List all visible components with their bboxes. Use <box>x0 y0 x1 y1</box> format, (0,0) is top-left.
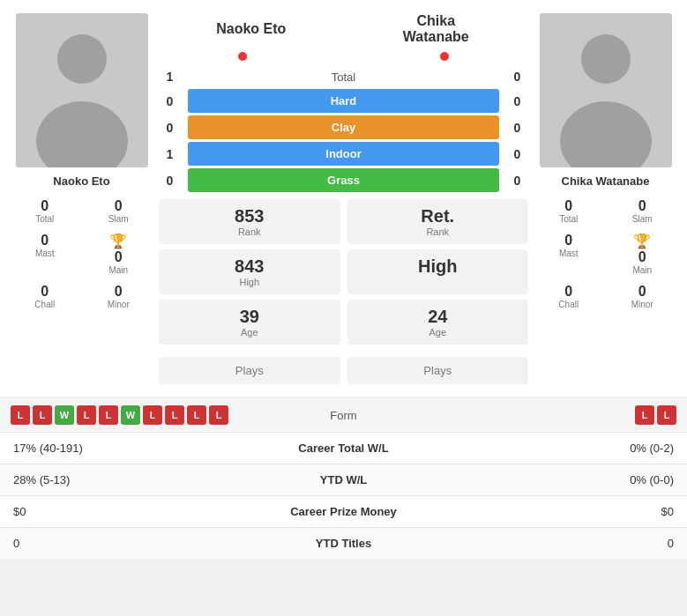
left-rank-value: 853 <box>166 206 333 226</box>
left-mast-value: 0 <box>41 233 49 249</box>
form-badge-left-2: L <box>33 405 52 425</box>
right-main-value: 0 <box>638 249 646 265</box>
form-label: Form <box>233 409 455 422</box>
left-high-box: 843 High <box>159 249 340 294</box>
center-panel: Naoko Eto ChikaWatanabe 1 Total 0 <box>159 13 528 384</box>
right-total-cell: 0 Total <box>533 195 605 227</box>
right-total-value: 0 <box>564 198 572 214</box>
stats-row-prize: $0 Career Prize Money $0 <box>0 495 687 527</box>
left-main-label: Main <box>108 265 128 275</box>
form-badge-left-5: L <box>99 405 118 425</box>
clay-badge: Clay <box>188 115 499 139</box>
form-badge-right-2: L <box>657 405 676 425</box>
left-total-value: 0 <box>41 198 49 214</box>
left-avatar <box>16 13 148 167</box>
left-age-value: 39 <box>166 307 333 327</box>
right-high-value: High <box>355 256 522 277</box>
right-rank-box: Ret. Rank <box>347 199 529 244</box>
right-age-box: 24 Age <box>347 300 529 345</box>
right-stats-grid: 0 Total 0 Slam 0 Mast 🏆 0 Main 0 <box>533 195 678 313</box>
stats-table: 17% (40-191) Career Total W/L 0% (0-2) 2… <box>0 432 687 559</box>
left-trophy-icon: 🏆 <box>109 233 127 249</box>
career-wl-right: 0% (0-2) <box>485 442 674 455</box>
left-mast-cell: 0 Mast <box>9 229 81 278</box>
left-slam-value: 0 <box>115 198 123 214</box>
grass-left-score: 0 <box>159 174 181 188</box>
left-rank-box: 853 Rank <box>159 199 340 244</box>
total-label: Total <box>181 71 506 84</box>
clay-left-score: 0 <box>159 121 181 135</box>
prize-right: $0 <box>485 505 674 518</box>
rank-age-area: 853 Rank 843 High 39 Age Plays <box>159 199 528 384</box>
indoor-badge: Indoor <box>188 142 499 166</box>
indoor-left-score: 1 <box>159 147 181 161</box>
right-slam-label: Slam <box>632 214 653 224</box>
right-plays-label: Plays <box>355 364 522 377</box>
left-slam-label: Slam <box>108 214 129 224</box>
form-section: L L W L L W L L L L Form L L <box>0 397 687 432</box>
right-age-label: Age <box>355 327 522 338</box>
left-high-label: High <box>166 277 333 287</box>
left-age-box: 39 Age <box>159 300 340 345</box>
prize-label: Career Prize Money <box>202 505 485 518</box>
svg-point-4 <box>581 34 631 84</box>
right-age-value: 24 <box>355 307 522 327</box>
right-dot-placeholder <box>362 48 529 64</box>
surface-row-indoor: 1 Indoor 0 <box>159 142 528 166</box>
left-stats-grid: 0 Total 0 Slam 0 Mast 🏆 0 Main 0 <box>9 195 154 313</box>
left-total-label: Total <box>35 214 54 224</box>
right-minor-value: 0 <box>638 284 646 300</box>
right-minor-cell: 0 Minor <box>607 280 679 313</box>
left-chall-label: Chall <box>34 300 55 309</box>
right-minor-label: Minor <box>631 300 653 309</box>
ytd-titles-label: YTD Titles <box>202 537 485 550</box>
right-chall-cell: 0 Chall <box>533 280 605 313</box>
right-main-label: Main <box>632 265 652 275</box>
form-badge-left-9: L <box>187 405 206 425</box>
right-plays-box: Plays <box>347 357 529 384</box>
left-rank-label: Rank <box>166 226 333 237</box>
left-total-score: 1 <box>159 70 181 84</box>
left-chall-value: 0 <box>41 284 49 300</box>
prize-left: $0 <box>13 505 202 518</box>
left-info-boxes: 853 Rank 843 High 39 Age Plays <box>159 199 340 384</box>
form-badge-left-6: W <box>121 405 140 425</box>
form-badge-left-1: L <box>11 405 30 425</box>
right-form-badges: L L <box>454 405 676 425</box>
right-chall-value: 0 <box>564 284 572 300</box>
stats-row-ytd-wl: 28% (5-13) YTD W/L 0% (0-0) <box>0 464 687 495</box>
left-plays-box: Plays <box>159 357 340 384</box>
names-row: Naoko Eto ChikaWatanabe <box>159 13 528 45</box>
grass-badge: Grass <box>188 168 499 192</box>
right-rank-label: Rank <box>355 226 522 237</box>
ytd-titles-right: 0 <box>485 537 674 550</box>
right-red-dot <box>440 52 449 61</box>
stats-row-ytd-titles: 0 YTD Titles 0 <box>0 527 687 559</box>
left-chall-cell: 0 Chall <box>9 280 81 313</box>
right-mast-cell: 0 Mast <box>533 229 605 278</box>
left-red-dot <box>238 52 247 61</box>
right-slam-cell: 0 Slam <box>607 195 679 227</box>
form-badge-left-10: L <box>209 405 228 425</box>
hard-badge: Hard <box>188 89 499 113</box>
career-wl-left: 17% (40-191) <box>13 442 202 455</box>
grass-right-score: 0 <box>506 174 528 188</box>
left-player-card: Naoko Eto 0 Total 0 Slam 0 Mast 🏆 0 Mai <box>9 13 154 384</box>
dots-row <box>159 48 528 64</box>
right-player-card: Chika Watanabe 0 Total 0 Slam 0 Mast 🏆 0 <box>533 13 678 384</box>
surface-row-hard: 0 Hard 0 <box>159 89 528 113</box>
left-main-cell: 🏆 0 Main <box>83 229 155 278</box>
right-name-center: ChikaWatanabe <box>344 13 529 45</box>
clay-right-score: 0 <box>506 121 528 135</box>
right-chall-label: Chall <box>558 300 579 309</box>
stats-row-career-wl: 17% (40-191) Career Total W/L 0% (0-2) <box>0 432 687 464</box>
left-mast-label: Mast <box>35 249 55 258</box>
right-trophy-icon: 🏆 <box>633 233 651 249</box>
svg-point-1 <box>57 34 107 84</box>
right-slam-value: 0 <box>638 198 646 214</box>
hard-right-score: 0 <box>506 94 528 108</box>
career-wl-label: Career Total W/L <box>202 442 485 455</box>
right-high-box: High <box>347 249 529 294</box>
total-row: 1 Total 0 <box>159 70 528 84</box>
form-badge-left-4: L <box>77 405 96 425</box>
